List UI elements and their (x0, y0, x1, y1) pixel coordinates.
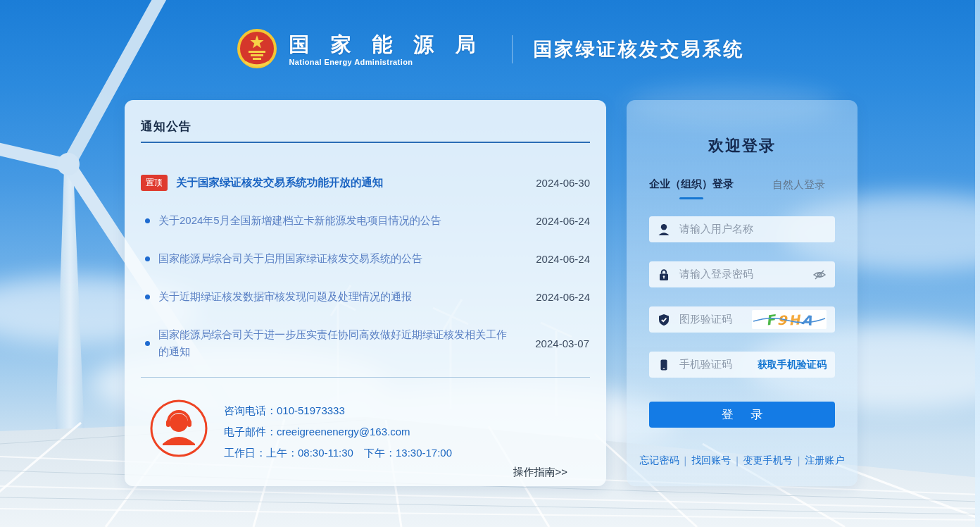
notice-panel-title: 通知公告 (141, 118, 590, 135)
password-field[interactable]: 请输入登录密码 (649, 261, 835, 287)
lock-icon (658, 268, 670, 281)
national-emblem-logo (235, 28, 279, 70)
notice-row[interactable]: 关于2024年5月全国新增建档立卡新能源发电项目情况的公告 2024-06-24 (141, 212, 590, 229)
password-placeholder: 请输入登录密码 (679, 268, 753, 281)
notice-link[interactable]: 关于近期绿证核发数据审核发现问题及处理情况的通报 (158, 288, 525, 305)
account-links: 忘记密码 | 找回账号 | 变更手机号 | 注册账户 (649, 454, 835, 467)
right-edge-scroll-strip (975, 0, 980, 527)
phone-icon (658, 359, 670, 371)
tab-person-login[interactable]: 自然人登录 (772, 178, 825, 192)
active-tab-underline (679, 197, 703, 199)
bullet-icon (145, 294, 150, 299)
contact-workday: 工作日：上午：08:30-11:30 下午：13:30-17:00 (224, 442, 452, 464)
operation-guide-link[interactable]: 操作指南>> (513, 466, 567, 479)
notice-date: 2024-03-07 (524, 337, 589, 349)
captcha-placeholder: 图形验证码 (679, 313, 732, 326)
notice-date: 2024-06-24 (525, 253, 590, 265)
user-icon (658, 223, 670, 236)
eye-off-icon[interactable] (812, 268, 827, 282)
notice-link[interactable]: 国家能源局综合司关于启用国家绿证核发交易系统的公告 (158, 250, 525, 267)
captcha-image[interactable]: F 9 H A (752, 310, 827, 329)
contact-divider (141, 377, 590, 378)
bullet-icon (145, 256, 150, 261)
header: 国 家 能 源 局 National Energy Administration… (0, 28, 980, 70)
username-field[interactable]: 请输入用户名称 (649, 216, 835, 242)
bullet-icon (145, 341, 150, 346)
change-phone-link[interactable]: 变更手机号 (743, 454, 793, 467)
login-button[interactable]: 登 录 (649, 402, 835, 428)
forgot-password-link[interactable]: 忘记密码 (640, 454, 679, 467)
username-placeholder: 请输入用户名称 (679, 223, 753, 236)
notice-panel: 通知公告 置顶 关于国家绿证核发交易系统功能开放的通知 2024-06-30 关… (125, 100, 606, 486)
notice-link[interactable]: 关于国家绿证核发交易系统功能开放的通知 (176, 174, 525, 191)
bullet-icon (145, 218, 150, 223)
recover-account-link[interactable]: 找回账号 (691, 454, 731, 467)
contact-email: 电子邮件：creeigreenenergy@163.com (224, 421, 452, 442)
login-title: 欢迎登录 (649, 135, 835, 156)
tab-enterprise-login[interactable]: 企业（组织）登录 (649, 178, 734, 199)
get-sms-code-button[interactable]: 获取手机验证码 (758, 359, 827, 371)
shield-check-icon (658, 314, 670, 326)
notice-link[interactable]: 国家能源局综合司关于进一步压实责任协同高效做好近期绿证核发相关工作的通知 (158, 326, 524, 360)
notice-row[interactable]: 国家能源局综合司关于进一步压实责任协同高效做好近期绿证核发相关工作的通知 202… (141, 326, 590, 360)
notice-row[interactable]: 置顶 关于国家绿证核发交易系统功能开放的通知 2024-06-30 (141, 174, 590, 191)
org-name-en: National Energy Administration (289, 58, 483, 66)
link-separator: | (684, 455, 687, 466)
link-separator: | (798, 455, 800, 466)
notice-row[interactable]: 关于近期绿证核发数据审核发现问题及处理情况的通报 2024-06-24 (141, 288, 590, 305)
link-separator: | (736, 455, 739, 466)
system-title: 国家绿证核发交易系统 (534, 37, 745, 62)
pinned-badge: 置顶 (141, 175, 168, 191)
notice-date: 2024-06-30 (525, 177, 590, 189)
contact-block: 咨询电话：010-51973333 电子邮件：creeigreenenergy@… (141, 399, 590, 464)
header-divider (512, 35, 513, 63)
customer-service-icon (149, 399, 208, 458)
notice-row[interactable]: 国家能源局综合司关于启用国家绿证核发交易系统的公告 2024-06-24 (141, 250, 590, 267)
login-panel: 欢迎登录 企业（组织）登录 自然人登录 请输入用户名称 请输入登录密码 (627, 100, 857, 486)
org-name: 国 家 能 源 局 (289, 33, 483, 56)
notice-date: 2024-06-24 (525, 291, 590, 303)
contact-phone: 咨询电话：010-51973333 (224, 400, 452, 421)
notice-link[interactable]: 关于2024年5月全国新增建档立卡新能源发电项目情况的公告 (158, 212, 525, 229)
notice-date: 2024-06-24 (525, 215, 590, 227)
sms-placeholder: 手机验证码 (679, 358, 732, 371)
brand-block: 国 家 能 源 局 National Energy Administration (235, 28, 483, 70)
notice-title-underline (141, 142, 590, 143)
login-tabs: 企业（组织）登录 自然人登录 (649, 178, 835, 199)
captcha-noise-line (752, 310, 827, 329)
sms-code-field[interactable]: 手机验证码 获取手机验证码 (649, 352, 835, 378)
captcha-field[interactable]: 图形验证码 F 9 H A (649, 306, 835, 333)
register-account-link[interactable]: 注册账户 (805, 454, 844, 467)
